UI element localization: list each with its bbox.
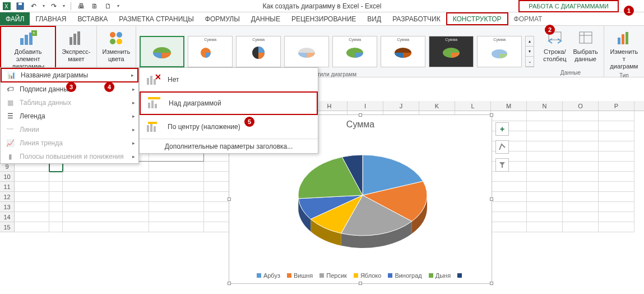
chart-style-4[interactable] <box>284 36 329 67</box>
tab-review[interactable]: РЕЦЕНЗИРОВАНИЕ <box>286 12 362 25</box>
svg-rect-40 <box>147 125 149 132</box>
svg-point-14 <box>110 39 115 44</box>
menu-data-table: ▦Таблица данных▸ <box>1 96 138 109</box>
callout-4: 4 <box>104 82 114 92</box>
submenu-centered-overlay[interactable]: По центру (наложение) <box>140 115 318 139</box>
select-data-label: Выбрать данные <box>573 48 597 63</box>
col-O[interactable]: O <box>563 101 599 111</box>
save-icon[interactable] <box>16 2 25 11</box>
svg-text:X: X <box>4 3 8 10</box>
svg-rect-29 <box>622 34 624 44</box>
tab-home[interactable]: ГЛАВНАЯ <box>30 12 72 25</box>
chart-style-6[interactable]: Cумма <box>381 36 425 67</box>
pie-plot-area[interactable] <box>284 142 441 254</box>
menu-trendline: 📈Линия тренда▸ <box>1 136 138 150</box>
styles-group-label: тили диаграмм <box>317 71 356 77</box>
svg-rect-43 <box>148 122 157 124</box>
row-header[interactable]: 15 <box>0 222 15 232</box>
tab-insert[interactable]: ВСТАВКА <box>72 12 113 25</box>
chart-style-1[interactable] <box>140 36 184 67</box>
legend-item[interactable]: Яблоко <box>354 272 381 279</box>
tab-data[interactable]: ДАННЫЕ <box>245 12 286 25</box>
chart-filter-button[interactable] <box>495 158 509 172</box>
svg-rect-5 <box>25 35 28 45</box>
select-data-icon <box>577 29 595 47</box>
tab-file[interactable]: ФАЙЛ <box>0 12 30 25</box>
svg-rect-9 <box>70 37 72 45</box>
row-header[interactable]: 12 <box>0 192 15 202</box>
switch-row-col-button[interactable]: Строка/ столбец <box>541 28 568 64</box>
gallery-scroll[interactable]: ▴▾⌄ <box>525 36 534 67</box>
express-layout-icon <box>67 29 85 47</box>
legend-item[interactable]: Персик <box>319 272 347 279</box>
legend-icon: ☰ <box>5 112 15 121</box>
chart-style-2[interactable]: Cумма <box>188 36 233 67</box>
chart-style-7[interactable]: Cумма <box>429 36 474 67</box>
legend-item[interactable]: Вишня <box>287 272 313 279</box>
svg-rect-36 <box>148 97 160 99</box>
menu-legend[interactable]: ☰Легенда▸ <box>1 109 138 123</box>
trendline-icon: 📈 <box>5 139 15 148</box>
chart-legend[interactable]: АрбузВишняПерсикЯблокоВиноградДыня <box>229 272 492 279</box>
menu-lines: 〰Линии▸ <box>1 123 138 136</box>
row-header[interactable]: 10 <box>0 172 15 182</box>
submenu-above-chart[interactable]: Над диаграммой <box>140 91 318 115</box>
chart-style-3[interactable]: Cумма <box>236 36 281 67</box>
change-type-label: Изменить т диаграмм <box>610 48 638 70</box>
undo-icon[interactable]: ↶ <box>29 2 38 11</box>
legend-item[interactable]: Дыня <box>429 272 451 279</box>
submenu-none[interactable]: Нет <box>140 68 318 91</box>
chart-elements-button[interactable]: + <box>495 122 509 136</box>
above-icon <box>146 97 162 110</box>
chart-styles-button[interactable] <box>495 140 509 154</box>
row-header[interactable]: 14 <box>0 212 15 222</box>
col-M[interactable]: M <box>491 101 527 111</box>
col-P[interactable]: P <box>599 101 634 111</box>
col-K[interactable]: K <box>419 101 455 111</box>
express-layout-label: Экспресс- макет <box>62 48 90 63</box>
svg-rect-38 <box>151 100 154 108</box>
tab-view[interactable]: ВИД <box>362 12 387 25</box>
chart-title-submenu: Нет Над диаграммой По центру (наложение)… <box>139 67 318 154</box>
redo-icon[interactable]: ↷ <box>49 2 58 11</box>
change-colors-button[interactable]: Изменить цвета <box>100 28 133 64</box>
svg-rect-37 <box>148 103 150 108</box>
col-J[interactable]: J <box>383 101 419 111</box>
change-chart-type-button[interactable]: Изменить т диаграмм <box>608 28 641 71</box>
svg-rect-42 <box>154 126 156 132</box>
legend-item[interactable]: Виноград <box>388 272 421 279</box>
col-L[interactable]: L <box>455 101 491 111</box>
centered-icon <box>145 120 161 134</box>
lines-icon: 〰 <box>5 125 15 134</box>
excel-icon: X <box>2 2 11 11</box>
tab-developer[interactable]: РАЗРАБОТЧИК <box>387 12 446 25</box>
chart-title-icon: 📊 <box>6 71 16 80</box>
callout-5: 5 <box>244 117 254 127</box>
data-group-label: Данные <box>560 70 581 76</box>
row-header[interactable]: 13 <box>0 202 15 212</box>
preview-icon[interactable]: 🗎 <box>90 2 99 11</box>
svg-rect-3 <box>18 3 22 5</box>
new-icon[interactable]: 🗋 <box>104 2 113 11</box>
menu-chart-title[interactable]: 📊Название диаграммы▸ <box>1 68 138 82</box>
ribbon-tabs: ФАЙЛ ГЛАВНАЯ ВСТАВКА РАЗМЕТКА СТРАНИЦЫ Ф… <box>0 12 644 26</box>
svg-point-13 <box>117 32 122 38</box>
tab-format[interactable]: ФОРМАТ <box>508 12 548 25</box>
legend-item[interactable] <box>457 272 464 279</box>
submenu-more-options[interactable]: Дополнительные параметры заголовка... <box>140 139 318 153</box>
express-layout-button[interactable]: Экспресс- макет <box>59 28 92 64</box>
tab-design[interactable]: КОНСТРУКТОР <box>446 12 508 25</box>
col-N[interactable]: N <box>527 101 563 111</box>
chart-tools-context-tab[interactable]: РАБОТА С ДИАГРАММАМИ <box>518 0 619 12</box>
svg-rect-4 <box>20 38 24 45</box>
row-header[interactable]: 11 <box>0 182 15 192</box>
tab-page-layout[interactable]: РАЗМЕТКА СТРАНИЦЫ <box>113 12 200 25</box>
col-I[interactable]: I <box>348 101 383 111</box>
legend-item[interactable]: Арбуз <box>257 272 280 279</box>
chart-style-8[interactable]: Cумма <box>477 36 522 67</box>
select-data-button[interactable]: Выбрать данные <box>571 28 600 64</box>
svg-point-15 <box>117 39 122 44</box>
tab-formulas[interactable]: ФОРМУЛЫ <box>200 12 245 25</box>
chart-style-5[interactable]: Cумма <box>332 36 377 67</box>
print-icon[interactable]: 🖶 <box>77 2 86 11</box>
